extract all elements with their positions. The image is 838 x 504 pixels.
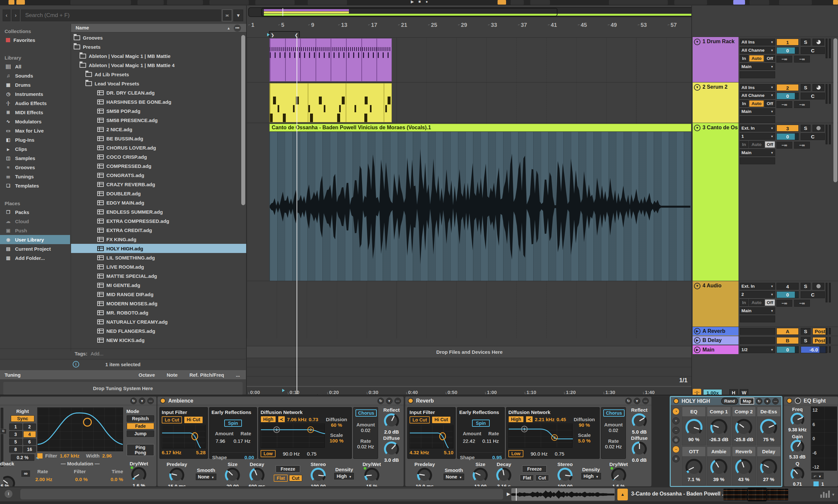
- main-gain-box[interactable]: -6.0: [801, 346, 827, 353]
- sidebar-item[interactable]: All: [0, 62, 70, 71]
- input-channel-dropdown[interactable]: 2▼: [740, 291, 775, 298]
- tree-row[interactable]: NEW KICKS.adg: [71, 336, 246, 345]
- lane-track3[interactable]: Canto de Ossanha - Baden Powell Vinicius…: [247, 123, 692, 281]
- return-a-header[interactable]: ▶ A Reverb A S Post: [692, 327, 838, 336]
- tree-row[interactable]: EXTRA CREDIT.adg: [71, 226, 246, 235]
- dn-freq[interactable]: 2.21 kHz: [535, 417, 554, 422]
- diffuse-knob[interactable]: [632, 442, 647, 456]
- more-options-icon[interactable]: ⋯: [147, 398, 154, 404]
- infinite-feedback-button[interactable]: ∞: [21, 470, 31, 477]
- filter-icon[interactable]: ≍: [222, 10, 232, 21]
- low-freq[interactable]: 90.0 Hz: [531, 451, 548, 456]
- sync-offset-box[interactable]: 0.2 %: [11, 454, 34, 461]
- arm-button[interactable]: 4: [777, 283, 799, 290]
- macro-knobs-icon[interactable]: ◔: [672, 408, 680, 415]
- name-column-header[interactable]: Name ▲ •••: [71, 24, 246, 32]
- decay-knob[interactable]: [496, 468, 511, 483]
- division-button[interactable]: 3: [9, 431, 22, 437]
- tree-row[interactable]: BE BUSSIN.adg: [71, 134, 246, 143]
- hot-swap-icon[interactable]: ↻: [377, 398, 384, 404]
- monitor-in-button[interactable]: In: [740, 100, 748, 107]
- track-header[interactable]: ▼ 1 Drum Rack All Ins▼ All Channe▼ In Au…: [692, 37, 838, 82]
- lane-return-b[interactable]: [247, 367, 692, 376]
- spin-button[interactable]: Spin: [472, 419, 490, 427]
- monitor-auto-button[interactable]: Auto: [749, 100, 764, 107]
- macro-knob[interactable]: [710, 459, 727, 476]
- save-preset-icon[interactable]: ▼: [764, 398, 770, 404]
- send-button[interactable]: A: [777, 328, 799, 335]
- macro-name[interactable]: Reverb: [732, 447, 755, 456]
- fold-device-icon[interactable]: ↑: [795, 398, 801, 404]
- diffusion-display[interactable]: 1 2: [509, 424, 572, 448]
- tree-row[interactable]: ▼ Lead Vocal Presets: [71, 79, 246, 88]
- info-icon[interactable]: i: [73, 361, 79, 367]
- chip[interactable]: [530, 0, 550, 5]
- tree-row[interactable]: ENDLESS SUMMER.adg: [71, 207, 246, 216]
- filter-dropdown-icon[interactable]: ▼: [233, 10, 243, 21]
- loop-chip[interactable]: [498, 0, 506, 4]
- save-preset-icon[interactable]: ▼: [634, 398, 640, 404]
- division-button[interactable]: 6: [23, 438, 36, 445]
- device-title-bar[interactable]: Reverb ↻▼⋯: [405, 397, 652, 405]
- er-amount[interactable]: 7.96: [216, 438, 225, 444]
- fold-icon[interactable]: ▶: [694, 328, 700, 335]
- tree-row[interactable]: ▶ Ad Lib Presets: [71, 70, 246, 79]
- browser-scrollbar[interactable]: [241, 35, 245, 205]
- lo-cut-button[interactable]: Lo Cut: [410, 416, 430, 424]
- dn-q[interactable]: 0.45: [556, 417, 566, 422]
- play-icon[interactable]: ▶: [411, 0, 414, 4]
- gain-knob[interactable]: ▼: [790, 440, 804, 454]
- device-on-toggle[interactable]: [673, 398, 679, 404]
- hi-cut-button[interactable]: Hi Cut: [184, 416, 203, 424]
- cut-button[interactable]: Cut: [289, 475, 302, 482]
- freeze-button[interactable]: Freeze: [522, 465, 546, 472]
- sidebar-item[interactable]: Instruments: [0, 89, 70, 98]
- tree-row[interactable]: ▼ Presets: [71, 42, 246, 51]
- stereo-knob[interactable]: [311, 468, 326, 483]
- tree-row[interactable]: SM58 PRESENCE.adg: [71, 115, 246, 125]
- pan-control[interactable]: C: [801, 291, 825, 298]
- size-knob[interactable]: [225, 468, 240, 483]
- pan-control[interactable]: C: [801, 133, 825, 140]
- randomize-button[interactable]: Rand: [721, 398, 738, 404]
- overview-viewport-box[interactable]: [261, 8, 557, 16]
- audio-clip-waveform[interactable]: [269, 131, 691, 281]
- tree-row[interactable]: HOLY HIGH.adg: [71, 244, 246, 253]
- dn-q[interactable]: 0.73: [309, 417, 318, 422]
- track-name-block[interactable]: ▼ 2 Serum 2: [693, 83, 738, 123]
- tree-row[interactable]: EXTRA COMPRESSED.adg: [71, 216, 246, 226]
- decay-knob[interactable]: [249, 468, 265, 483]
- tree-row[interactable]: NED FLANGERS.adg: [71, 326, 246, 336]
- low-q[interactable]: 0.75: [555, 451, 564, 456]
- division-button-active[interactable]: 4: [23, 431, 36, 437]
- division-button[interactable]: 1: [9, 424, 22, 430]
- er-shape[interactable]: 0.95: [492, 454, 502, 460]
- delay-filter-display[interactable]: [37, 408, 123, 451]
- tree-row[interactable]: ▶ Ableton | Vocal Magic 1 | MB Mattie: [71, 51, 246, 60]
- menu-chip[interactable]: [210, 0, 249, 5]
- macro-name[interactable]: De-Ess: [757, 407, 780, 416]
- tree-row[interactable]: HARSHNESS BE GONE.adg: [71, 97, 246, 106]
- track-name-block[interactable]: ▼ 3 Canto de Os: [693, 123, 738, 281]
- send-button[interactable]: B: [777, 337, 799, 344]
- macro-knob[interactable]: [685, 419, 702, 436]
- monitor-auto-button[interactable]: Auto: [749, 141, 764, 148]
- record-enable-button[interactable]: [813, 125, 824, 131]
- tree-row[interactable]: CONGRATS.adg: [71, 170, 246, 180]
- track-name-block[interactable]: ▼ 1 Drum Rack: [693, 37, 738, 82]
- diffusion-display[interactable]: 1 2: [261, 424, 325, 448]
- band-select[interactable]: 1: [814, 481, 824, 486]
- tuning-drop-zone[interactable]: Drop Tuning System Here: [3, 382, 243, 395]
- tree-row[interactable]: CHORUS LOVER.adg: [71, 143, 246, 152]
- main-volume-slider[interactable]: 0: [777, 346, 799, 353]
- tree-row[interactable]: FX KING.adg: [71, 235, 246, 244]
- sidebar-item[interactable]: Current Project: [0, 244, 70, 253]
- drywet-knob[interactable]: [364, 468, 379, 483]
- sidebar-item[interactable]: Sounds: [0, 71, 70, 80]
- volume-slider[interactable]: 0: [777, 93, 799, 100]
- flat-button[interactable]: Flat: [274, 474, 288, 482]
- levels-dropdown-icon[interactable]: ▼: [832, 492, 835, 497]
- tree-row[interactable]: NATURALLY CREAMY.adg: [71, 317, 246, 326]
- locator-icon[interactable]: [267, 33, 270, 36]
- monitor-auto-button[interactable]: Auto: [749, 55, 764, 62]
